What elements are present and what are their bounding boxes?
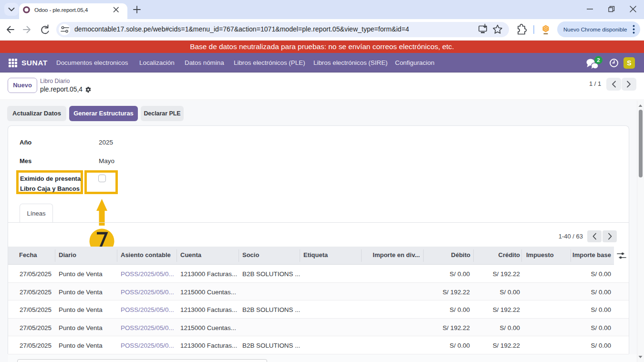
- svg-text:S: S: [627, 59, 631, 67]
- svg-text:2: 2: [597, 57, 600, 63]
